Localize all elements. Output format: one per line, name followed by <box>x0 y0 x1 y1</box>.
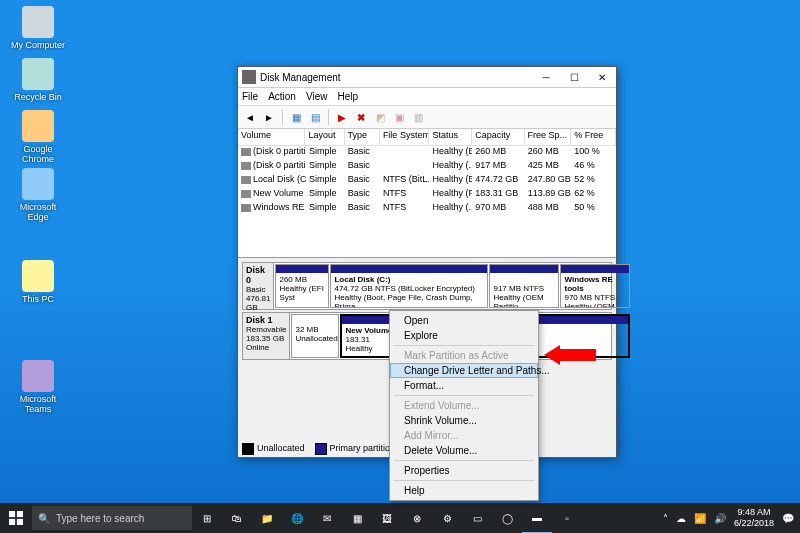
menu-view[interactable]: View <box>306 91 328 102</box>
context-item[interactable]: Format... <box>390 378 538 393</box>
menu-action[interactable]: Action <box>268 91 296 102</box>
context-item: Add Mirror... <box>390 428 538 443</box>
column-header[interactable]: Status <box>429 129 472 145</box>
window-title: Disk Management <box>260 72 532 83</box>
delete-icon[interactable]: ✖ <box>353 109 369 125</box>
context-menu: OpenExploreMark Partition as ActiveChang… <box>389 310 539 501</box>
back-icon[interactable]: ◄ <box>242 109 258 125</box>
notifications-icon[interactable]: 💬 <box>782 513 794 524</box>
disk-info[interactable]: Disk 1Removable183.35 GBOnline <box>243 313 290 359</box>
context-item[interactable]: Open <box>390 313 538 328</box>
partition[interactable]: 917 MB NTFSHealthy (OEM Partitio <box>489 264 559 308</box>
context-item[interactable]: Shrink Volume... <box>390 413 538 428</box>
column-header[interactable]: Capacity <box>472 129 524 145</box>
search-placeholder: Type here to search <box>56 513 144 524</box>
taskbar-app-store[interactable]: 🛍 <box>222 503 252 533</box>
column-header[interactable]: Free Sp... <box>525 129 572 145</box>
taskbar-app-other[interactable]: ▫ <box>552 503 582 533</box>
volume-list[interactable]: VolumeLayoutTypeFile SystemStatusCapacit… <box>238 129 616 258</box>
svg-rect-2 <box>9 519 15 525</box>
desktop-icon[interactable]: My Computer <box>8 6 68 50</box>
desktop-icon[interactable]: Recycle Bin <box>8 58 68 102</box>
tray-wifi-icon[interactable]: 📶 <box>694 513 706 524</box>
taskbar-app-excel[interactable]: ▦ <box>342 503 372 533</box>
action-icon[interactable]: ▶ <box>334 109 350 125</box>
context-item[interactable]: Delete Volume... <box>390 443 538 458</box>
column-header[interactable]: % Free <box>571 129 616 145</box>
properties-icon[interactable]: ▤ <box>307 109 323 125</box>
desktop-icon[interactable]: Microsoft Teams <box>8 360 68 414</box>
menu-bar: FileActionViewHelp <box>238 88 616 106</box>
view-icon[interactable]: ▥ <box>410 109 426 125</box>
tray-volume-icon[interactable]: 🔊 <box>714 513 726 524</box>
taskbar-app-terminal[interactable]: ▭ <box>462 503 492 533</box>
volume-row[interactable]: Windows RE toolsSimpleBasicNTFSHealthy (… <box>238 202 616 216</box>
context-item: Extend Volume... <box>390 398 538 413</box>
context-item[interactable]: Properties <box>390 463 538 478</box>
partition[interactable]: 260 MBHealthy (EFI Syst <box>275 264 329 308</box>
titlebar[interactable]: Disk Management ─ ☐ ✕ <box>238 67 616 88</box>
start-button[interactable] <box>0 503 32 533</box>
system-tray[interactable]: ˄ ☁ 📶 🔊 9:48 AM6/22/2018 💬 <box>657 507 800 529</box>
tray-cloud-icon[interactable]: ☁ <box>676 513 686 524</box>
context-item[interactable]: Explore <box>390 328 538 343</box>
disk-row: Disk 0Basic476.81 GBOnline260 MBHealthy … <box>242 262 612 310</box>
help-icon[interactable]: ◩ <box>372 109 388 125</box>
context-item: Mark Partition as Active <box>390 348 538 363</box>
refresh-icon[interactable]: ▦ <box>288 109 304 125</box>
settings-icon[interactable]: ▣ <box>391 109 407 125</box>
taskbar[interactable]: 🔍 Type here to search ⊞ 🛍 📁 🌐 ✉ ▦ 🖼 ⊗ ⚙ … <box>0 503 800 533</box>
taskbar-app-edge[interactable]: 🌐 <box>282 503 312 533</box>
volume-row[interactable]: (Disk 0 partition 1)SimpleBasicHealthy (… <box>238 146 616 160</box>
partition[interactable]: Windows RE tools970 MB NTFSHealthy (OEM … <box>560 264 630 308</box>
column-header[interactable]: File System <box>380 129 430 145</box>
taskbar-app-xbox[interactable]: ⊗ <box>402 503 432 533</box>
taskbar-app-explorer[interactable]: 📁 <box>252 503 282 533</box>
volume-row[interactable]: (Disk 0 partition 4)SimpleBasicHealthy (… <box>238 160 616 174</box>
menu-help[interactable]: Help <box>337 91 358 102</box>
task-view-icon[interactable]: ⊞ <box>192 503 222 533</box>
maximize-button[interactable]: ☐ <box>560 68 588 87</box>
toolbar: ◄ ► ▦ ▤ ▶ ✖ ◩ ▣ ▥ <box>238 106 616 129</box>
taskbar-app-photos[interactable]: 🖼 <box>372 503 402 533</box>
volume-row[interactable]: Local Disk (C:)SimpleBasicNTFS (BitL...H… <box>238 174 616 188</box>
svg-rect-0 <box>9 511 15 517</box>
desktop-icon[interactable]: Google Chrome <box>8 110 68 164</box>
tray-chevron-icon[interactable]: ˄ <box>663 513 668 524</box>
taskbar-app-disk[interactable]: ▬ <box>522 502 552 533</box>
search-icon: 🔍 <box>38 513 50 524</box>
svg-rect-3 <box>17 519 23 525</box>
column-header[interactable]: Volume <box>238 129 305 145</box>
app-icon <box>242 70 256 84</box>
search-box[interactable]: 🔍 Type here to search <box>32 506 192 530</box>
svg-rect-1 <box>17 511 23 517</box>
taskbar-app-mail[interactable]: ✉ <box>312 503 342 533</box>
menu-file[interactable]: File <box>242 91 258 102</box>
desktop-icon[interactable]: This PC <box>8 260 68 304</box>
context-item[interactable]: Change Drive Letter and Paths... <box>390 363 538 378</box>
partition[interactable]: Local Disk (C:)474.72 GB NTFS (BitLocker… <box>330 264 488 308</box>
volume-row[interactable]: New Volume (...SimpleBasicNTFSHealthy (P… <box>238 188 616 202</box>
close-button[interactable]: ✕ <box>588 68 616 87</box>
column-header[interactable]: Layout <box>305 129 344 145</box>
taskbar-app-cortana[interactable]: ◯ <box>492 503 522 533</box>
disk-info[interactable]: Disk 0Basic476.81 GBOnline <box>243 263 274 309</box>
clock[interactable]: 9:48 AM6/22/2018 <box>734 507 774 529</box>
taskbar-app-settings[interactable]: ⚙ <box>432 503 462 533</box>
desktop-icon[interactable]: Microsoft Edge <box>8 168 68 222</box>
partition[interactable]: 32 MBUnallocated <box>291 314 339 358</box>
forward-icon[interactable]: ► <box>261 109 277 125</box>
column-header[interactable]: Type <box>345 129 380 145</box>
minimize-button[interactable]: ─ <box>532 68 560 87</box>
context-item[interactable]: Help <box>390 483 538 498</box>
